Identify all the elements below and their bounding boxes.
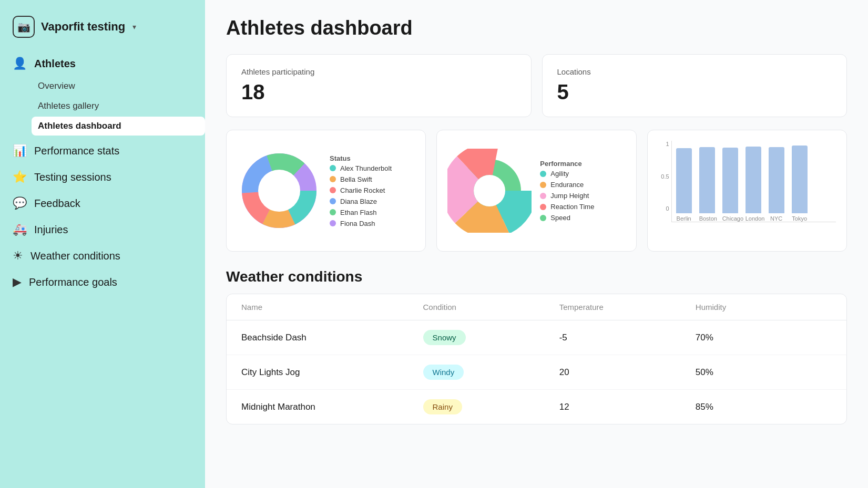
legend-item: Charlie Rocket	[330, 186, 392, 194]
legend-title-1: Status	[330, 154, 392, 162]
bar	[746, 147, 761, 213]
sidebar-item-testing-sessions[interactable]: ⭐ Testing sessions	[0, 164, 205, 190]
bar	[769, 147, 784, 213]
stat-card-athletes: Athletes participating 18	[226, 54, 532, 117]
donut-1-legend: Status Alex ThunderboltBella SwiftCharli…	[330, 154, 392, 227]
charts-row: Status Alex ThunderboltBella SwiftCharli…	[226, 130, 847, 252]
sidebar-item-athletes[interactable]: 👤 Athletes	[0, 50, 205, 77]
bar	[722, 148, 738, 213]
row-humidity: 50%	[696, 367, 832, 378]
brand-icon: 📷	[13, 16, 35, 38]
legend-item: Endurance	[540, 181, 594, 189]
athletes-icon: 👤	[13, 57, 27, 70]
row-name: City Lights Jog	[241, 367, 423, 378]
table-header: Name Condition Temperature Humidity	[227, 294, 846, 320]
sidebar-subitems-athletes: Overview Athletes gallery Athletes dashb…	[0, 77, 205, 136]
weather-section: Weather conditions Name Condition Temper…	[226, 268, 847, 424]
bar-chart: 1 0.5 0 BerlinBostonChicagoLondonNYCToky…	[647, 130, 847, 252]
bar-label: London	[746, 215, 761, 222]
stat-label-athletes: Athletes participating	[241, 67, 516, 76]
sidebar-item-performance-stats[interactable]: 📊 Performance stats	[0, 138, 205, 164]
sidebar-item-label: Performance stats	[34, 145, 119, 157]
y-label-0: 0	[658, 205, 669, 212]
row-humidity: 70%	[696, 333, 832, 343]
col-humidity: Humidity	[696, 303, 832, 312]
bar-label: Boston	[699, 215, 715, 222]
weather-title: Weather conditions	[226, 268, 847, 285]
chevron-down-icon: ▾	[132, 23, 136, 31]
legend-item: Speed	[540, 214, 594, 222]
stat-card-locations: Locations 5	[542, 54, 847, 117]
bar-chart-container: 1 0.5 0 BerlinBostonChicagoLondonNYCToky…	[658, 141, 836, 241]
col-name: Name	[241, 303, 423, 312]
sidebar-item-label: Athletes	[34, 58, 76, 70]
bar-label: Tokyo	[792, 215, 808, 222]
legend-item: Alex Thunderbolt	[330, 164, 392, 172]
bar-label: Chicago	[722, 215, 738, 222]
performance-goals-icon: ▶	[13, 275, 22, 289]
weather-icon: ☀	[13, 249, 23, 263]
col-temperature: Temperature	[559, 303, 696, 312]
y-label-05: 0.5	[658, 173, 669, 180]
bar-label: NYC	[769, 215, 784, 222]
sidebar-item-label: Injuries	[34, 224, 68, 236]
legend-item: Bella Swift	[330, 175, 392, 183]
donut-chart-1: Status Alex ThunderboltBella SwiftCharli…	[226, 130, 426, 252]
weather-table: Name Condition Temperature Humidity Beac…	[226, 294, 847, 424]
sidebar-item-overview[interactable]: Overview	[32, 77, 205, 96]
row-humidity: 85%	[696, 402, 832, 412]
row-temperature: -5	[559, 333, 696, 343]
col-condition: Condition	[423, 303, 559, 312]
row-temperature: 12	[559, 402, 696, 412]
legend-item: Reaction Time	[540, 203, 594, 211]
sidebar-item-weather-conditions[interactable]: ☀ Weather conditions	[0, 243, 205, 269]
performance-stats-icon: 📊	[13, 144, 27, 158]
sidebar-item-performance-goals[interactable]: ▶ Performance goals	[0, 269, 205, 295]
row-name: Beachside Dash	[241, 333, 423, 343]
row-condition: Rainy	[423, 399, 559, 414]
sidebar-item-label: Performance goals	[29, 276, 117, 288]
legend-item: Ethan Flash	[330, 209, 392, 216]
donut-svg-1	[237, 149, 321, 233]
brand[interactable]: 📷 Vaporfit testing ▾	[0, 11, 205, 50]
donut-chart-2: Performance AgilityEnduranceJump HeightR…	[436, 130, 636, 252]
row-name: Midnight Marathon	[241, 402, 423, 412]
main-content: Athletes dashboard Athletes participatin…	[205, 0, 868, 488]
sidebar-item-label: Feedback	[34, 198, 80, 210]
sidebar-item-label: Testing sessions	[34, 171, 111, 183]
donut-2-legend: Performance AgilityEnduranceJump HeightR…	[540, 160, 594, 222]
injuries-icon: 🚑	[13, 223, 27, 236]
legend-item: Fiona Dash	[330, 220, 392, 227]
stat-label-locations: Locations	[557, 67, 832, 76]
sidebar-item-label: Weather conditions	[30, 250, 120, 262]
stats-row: Athletes participating 18 Locations 5	[226, 54, 847, 117]
donut-svg-2	[447, 149, 532, 233]
sidebar-item-athletes-gallery[interactable]: Athletes gallery	[32, 97, 205, 116]
sidebar-item-athletes-dashboard[interactable]: Athletes dashboard	[32, 117, 205, 136]
bar	[676, 148, 692, 213]
sidebar-item-feedback[interactable]: 💬 Feedback	[0, 190, 205, 216]
testing-sessions-icon: ⭐	[13, 170, 27, 184]
legend-item: Diana Blaze	[330, 198, 392, 205]
table-row: City Lights Jog Windy 20 50%	[227, 355, 846, 390]
table-row: Midnight Marathon Rainy 12 85%	[227, 390, 846, 424]
legend-title-2: Performance	[540, 160, 594, 168]
svg-point-12	[474, 175, 505, 206]
stat-value-locations: 5	[557, 80, 832, 104]
brand-name: Vaporfit testing	[41, 20, 125, 34]
table-row: Beachside Dash Snowy -5 70%	[227, 320, 846, 355]
sidebar: 📷 Vaporfit testing ▾ 👤 Athletes Overview…	[0, 0, 205, 488]
row-condition: Windy	[423, 365, 559, 380]
y-label-1: 1	[658, 141, 669, 147]
feedback-icon: 💬	[13, 196, 27, 210]
svg-point-6	[258, 170, 300, 212]
bar	[792, 146, 808, 213]
page-title: Athletes dashboard	[226, 17, 847, 39]
bar-label: Berlin	[676, 215, 692, 222]
row-temperature: 20	[559, 367, 696, 378]
weather-rows: Beachside Dash Snowy -5 70% City Lights …	[227, 320, 846, 424]
legend-item: Jump Height	[540, 192, 594, 200]
row-condition: Snowy	[423, 330, 559, 345]
sidebar-item-injuries[interactable]: 🚑 Injuries	[0, 216, 205, 243]
bar	[699, 147, 715, 213]
